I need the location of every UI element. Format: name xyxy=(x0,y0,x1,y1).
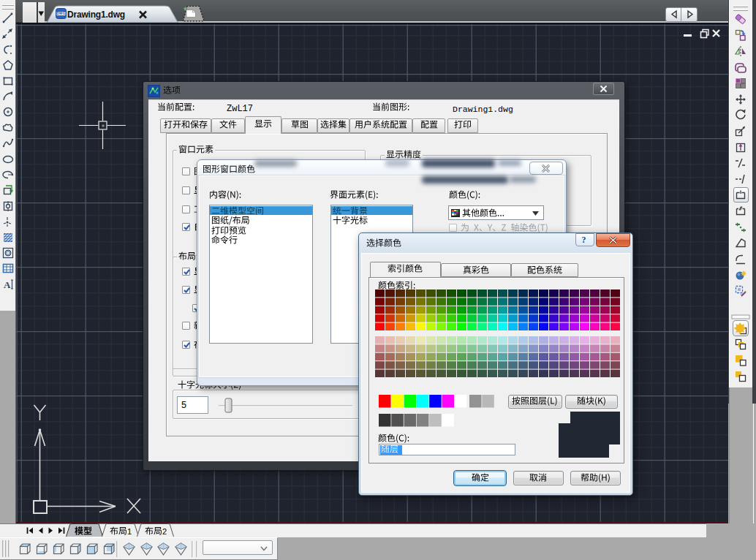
svg-text:DWG: DWG xyxy=(56,12,65,15)
svg-text:A: A xyxy=(4,279,11,290)
